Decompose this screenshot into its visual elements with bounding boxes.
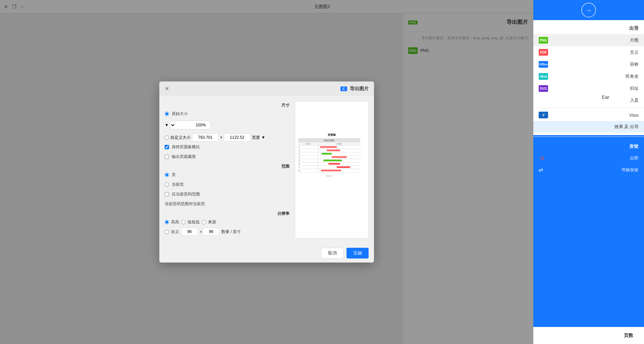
all-pages-label: 页 [172,172,176,178]
dpi-width-input[interactable] [181,228,198,236]
dpi-height-container: × [200,228,219,236]
export-formats-section: 出导 片图 PNG 文云 PDF 容称 Office 民务友 Html 归址 S… [533,20,644,135]
sidebar-item-html[interactable]: 民务友 Html [533,70,644,82]
original-size-label: 原始大小 [172,111,188,117]
sidebar-item-effects[interactable]: 效果 及 出导 [533,121,644,132]
scale-select[interactable]: 缩放比例 100% 50% 150% 200% [170,121,210,129]
chart-title: 页管留 [303,133,360,137]
dpi-width-container [181,228,198,236]
only-current-page-row: 仅当前页码范围 [165,191,289,197]
high-dpi-radio[interactable] [165,220,169,224]
width-height-container: 宽度 ▼ [252,135,265,140]
low-dpi-label: 来源 [208,219,216,225]
svg-text:任务 1: 任务 1 [298,146,300,148]
svg-rect-34 [298,169,318,172]
medium-dpi-radio[interactable] [181,220,185,224]
modal-title-container: 导出图片 C [340,86,369,92]
all-pages-row: 页 [165,172,289,178]
svg-text:任务 6: 任务 6 [298,163,300,165]
sidebar-item-export-label: 出即 [547,155,639,161]
custom-size-radio[interactable] [165,135,169,140]
pdf-badge: PDF [539,49,548,56]
crop-page-checkbox[interactable] [165,155,169,159]
svg-text:时间线: 时间线 [337,143,342,145]
modal-header: 导出图片 C ✕ [159,81,374,96]
dpi-options-row: 来源 低低低 高高 [165,219,289,225]
sidebar-item-visio[interactable]: Visio V [533,109,644,121]
svg-badge: SVG [539,85,548,92]
scale-row: ▼ 缩放比例 100% 50% 150% 200% [165,121,289,129]
svg-text:任务 7: 任务 7 [298,166,300,168]
export-modal: 导出图片 C ✕ 页管留 项目甘特图 [159,81,374,263]
svg-rect-14 [298,152,318,156]
confirm-button[interactable]: 宝确 [346,248,369,259]
svg-rect-9 [320,146,337,148]
custom-dpi-radio[interactable] [165,230,169,234]
page-label: 页数 [539,330,639,341]
crop-page-label: 输出页面裁剪 [172,154,196,160]
current-page-radio[interactable] [165,182,169,187]
modal-title-text: 导出图片 [350,86,369,92]
sidebar-item-send-label: 书翰发钦 [546,167,639,173]
office-badge: Office [539,61,548,68]
share-section-title: 发钦 [533,141,644,152]
sidebar-item-office-label: 容称 [551,61,639,67]
ear-text: Ear [602,95,609,100]
current-page-range-row: 当前页码范围对当前页 [165,201,289,207]
svg-rect-6 [298,146,318,149]
scale-dropdown-row: ▼ 缩放比例 100% 50% 150% 200% [165,121,210,129]
image-badge: PNG [539,37,548,44]
sidebar-header: → [533,0,644,20]
svg-text:任务 2: 任务 2 [298,150,300,152]
sidebar-nav-button[interactable]: → [581,3,596,17]
modal-badge: C [340,87,347,91]
modal-close-button[interactable]: ✕ [165,85,169,92]
svg-rect-30 [298,166,318,169]
current-page-label: 当前页 [172,182,184,187]
low-dpi-radio[interactable] [202,220,206,224]
dpi-height-input[interactable] [203,228,219,236]
keep-aspect-label: 保持页面纵横比 [172,144,200,150]
svg-rect-22 [298,159,318,162]
ear-region: Ear [567,89,644,106]
cancel-button[interactable]: 取消 [321,248,344,259]
svg-text:任务 5: 任务 5 [298,160,300,162]
sidebar-item-send[interactable]: 书翰发钦 ⇄ [533,164,644,176]
cross-symbol: × [220,135,222,140]
crop-page-row: 输出页面裁剪 [165,154,289,160]
html-badge: Html [539,73,548,80]
keep-aspect-checkbox[interactable] [165,145,169,149]
dpi-x-symbol: × [200,230,202,234]
current-page-range-label: 当前页码范围对当前页 [165,201,205,207]
medium-dpi-label: 低低低 [187,219,200,225]
original-size-radio[interactable] [165,112,169,116]
sidebar-item-html-label: 民务友 [551,73,639,79]
right-sidebar: → 出导 片图 PNG 文云 PDF 容称 Office 民务友 Html 归址… [533,0,644,344]
custom-dpi-label: 自义 [171,229,179,235]
dpi-section-title: 分辨率 [165,211,289,217]
all-pages-radio[interactable] [165,173,169,177]
sidebar-item-image[interactable]: 片图 PNG [533,34,644,46]
keep-aspect-row: 保持页面纵横比 [165,144,289,150]
export-section-title: 出导 [533,23,644,34]
svg-rect-29 [328,163,340,165]
divider-2 [533,136,644,137]
gantt-svg: 项目甘特图 任务名 时间线 任务 1 [298,138,360,205]
sidebar-item-pdf[interactable]: 文云 PDF [533,46,644,58]
modal-overlay[interactable]: 导出图片 C ✕ 页管留 项目甘特图 [0,0,533,344]
sidebar-item-office[interactable]: 容称 Office [533,58,644,70]
svg-rect-17 [322,153,332,155]
sidebar-item-export[interactable]: 出即 ⊖ [533,152,644,164]
svg-rect-10 [298,149,318,152]
only-current-page-label: 仅当前页码范围 [172,191,200,197]
svg-rect-26 [298,162,318,166]
send-icon: ⇄ [539,167,543,173]
svg-text:任务名: 任务名 [306,143,311,145]
svg-rect-13 [327,150,340,151]
svg-rect-21 [332,156,347,158]
only-current-page-checkbox[interactable] [165,192,169,196]
width-label: 宽度 [252,135,260,140]
size-inputs-row: 宽度 ▼ × 自定义大小 [165,133,289,141]
height-input[interactable] [192,133,219,141]
width-input[interactable] [224,133,251,141]
